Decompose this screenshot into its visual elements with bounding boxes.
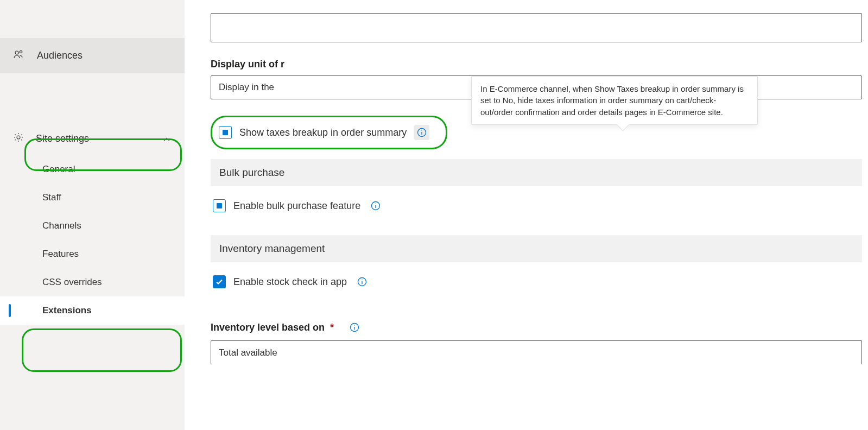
sidebar-item-label: Audiences	[37, 50, 83, 61]
row-stock-check: Enable stock check in app	[211, 262, 868, 301]
sidebar-item-extensions[interactable]: Extensions	[0, 296, 185, 325]
sidebar-item-site-settings[interactable]: Site settings	[0, 122, 185, 155]
info-icon-bulk[interactable]	[368, 198, 383, 213]
sidebar-item-staff[interactable]: Staff	[0, 184, 185, 212]
svg-point-2	[17, 136, 20, 139]
checkbox-show-taxes[interactable]	[219, 126, 232, 139]
main-content: Display unit of r Display in the In E-Co…	[185, 0, 868, 430]
audiences-icon	[13, 49, 24, 62]
inventory-level-label-row: Inventory level based on *	[211, 320, 868, 335]
checkbox-label: Enable stock check in app	[233, 276, 347, 288]
info-icon-show-taxes[interactable]	[414, 125, 429, 140]
info-icon-stock[interactable]	[354, 274, 370, 289]
svg-point-0	[15, 51, 18, 54]
checkbox-label: Enable bulk purchase feature	[233, 200, 360, 212]
sidebar: Audiences Site settings General Staff Ch…	[0, 0, 185, 430]
chevron-up-icon	[163, 133, 170, 144]
sidebar-item-general[interactable]: General	[0, 155, 185, 184]
svg-point-14	[354, 325, 354, 326]
input-field-top[interactable]	[211, 13, 862, 42]
inventory-level-label: Inventory level based on	[211, 322, 325, 333]
tooltip-text: In E-Commerce channel, when Show Taxes b…	[480, 84, 744, 117]
checkbox-bulk-purchase[interactable]	[213, 199, 226, 212]
row-show-taxes-breakup: Show taxes breakup in order summary	[211, 116, 447, 149]
svg-point-1	[20, 50, 22, 53]
svg-point-8	[376, 204, 376, 204]
display-unit-label-text: Display unit of r	[211, 59, 284, 70]
sidebar-item-features[interactable]: Features	[0, 240, 185, 268]
row-enable-bulk: Enable bulk purchase feature	[211, 186, 868, 225]
checkbox-stock-check[interactable]	[213, 275, 226, 288]
section-bulk-purchase: Bulk purchase	[211, 159, 862, 186]
sidebar-item-channels[interactable]: Channels	[0, 212, 185, 240]
tooltip-taxes-breakup: In E-Commerce channel, when Show Taxes b…	[471, 76, 758, 125]
display-unit-value: Display in the	[219, 82, 274, 93]
required-asterisk: *	[330, 322, 334, 333]
section-inventory-management: Inventory management	[211, 235, 862, 262]
info-icon-inventory-level[interactable]	[347, 320, 362, 335]
checkbox-label: Show taxes breakup in order summary	[239, 127, 407, 138]
inventory-level-select[interactable]: Total available	[211, 340, 862, 364]
inventory-level-value: Total available	[219, 347, 277, 358]
gear-icon	[13, 132, 24, 146]
display-unit-label: Display unit of r	[211, 59, 868, 70]
sidebar-item-css-overrides[interactable]: CSS overrides	[0, 268, 185, 296]
sidebar-item-audiences[interactable]: Audiences	[0, 38, 185, 73]
sidebar-group-label: Site settings	[36, 133, 89, 144]
svg-point-11	[362, 280, 363, 280]
svg-point-5	[422, 130, 422, 131]
